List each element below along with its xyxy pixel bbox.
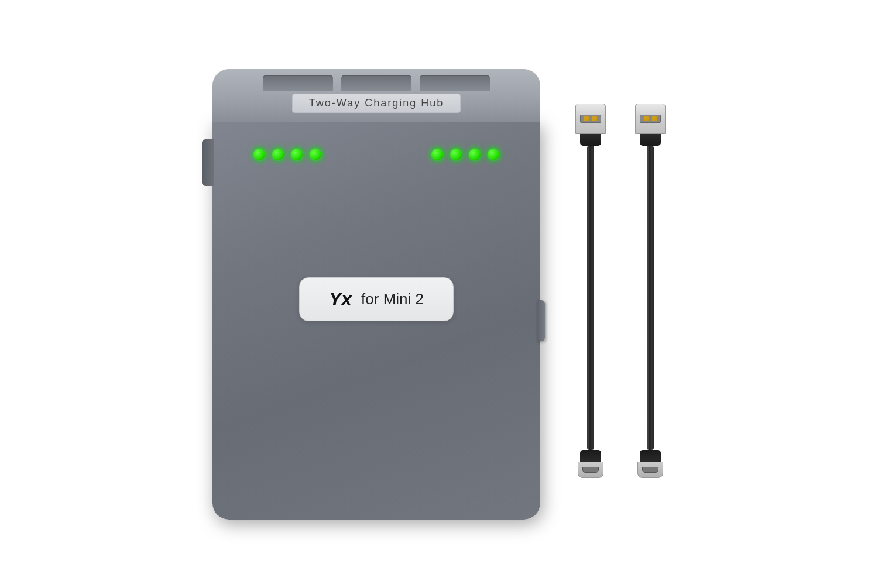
usb-a-housing-1 — [575, 104, 606, 134]
usb-micro-port-1 — [582, 467, 599, 473]
led-right-2 — [450, 149, 462, 160]
cable-2 — [635, 104, 666, 485]
hub-top-label: Two-Way Charging Hub — [292, 94, 461, 113]
hub-body: Yx for Mini 2 — [212, 122, 540, 520]
usb-a-strain-2 — [640, 134, 661, 146]
led-left-4 — [310, 149, 321, 160]
usb-micro-connector-2 — [635, 450, 666, 485]
charging-hub: Two-Way Charging Hub — [212, 69, 540, 520]
usb-a-strain-1 — [580, 134, 601, 146]
cable-cord-1 — [587, 146, 594, 450]
led-right-1 — [431, 149, 443, 160]
hub-side-tab-right — [537, 300, 545, 341]
usb-micro-strain-2 — [640, 450, 661, 462]
usb-micro-connector-1 — [575, 450, 606, 485]
usb-micro-housing-1 — [578, 462, 603, 478]
usb-cables-group — [575, 104, 666, 485]
hub-top-section: Two-Way Charging Hub — [212, 69, 540, 122]
usb-a-port-2 — [640, 115, 661, 123]
led-group-left — [253, 149, 321, 160]
cable-1 — [575, 104, 606, 485]
leds-row — [212, 149, 540, 160]
led-right-4 — [488, 149, 499, 160]
hub-slot-1 — [263, 75, 333, 91]
usb-pin-1b — [592, 116, 597, 121]
usb-micro-housing-2 — [637, 462, 663, 478]
brand-badge: Yx for Mini 2 — [299, 277, 454, 321]
usb-pin-1a — [584, 116, 589, 121]
usb-a-connector-1 — [575, 104, 606, 146]
product-subtitle: for Mini 2 — [361, 290, 424, 308]
product-scene: Two-Way Charging Hub — [0, 0, 878, 588]
led-right-3 — [469, 149, 481, 160]
led-left-3 — [291, 149, 303, 160]
led-group-right — [431, 149, 499, 160]
usb-micro-strain-1 — [580, 450, 601, 462]
hub-slots — [263, 75, 490, 91]
led-left-2 — [272, 149, 284, 160]
hub-side-tab-left — [202, 139, 214, 186]
hub-slot-3 — [420, 75, 490, 91]
usb-a-port-1 — [580, 115, 601, 123]
hub-slot-2 — [341, 75, 411, 91]
usb-micro-port-2 — [642, 467, 658, 473]
led-left-1 — [253, 149, 265, 160]
usb-a-housing-2 — [635, 104, 666, 134]
usb-a-connector-2 — [635, 104, 666, 146]
usb-pin-2a — [644, 116, 649, 121]
usb-pin-2b — [652, 116, 657, 121]
brand-logo: Yx — [329, 288, 352, 310]
cable-cord-2 — [647, 146, 654, 450]
